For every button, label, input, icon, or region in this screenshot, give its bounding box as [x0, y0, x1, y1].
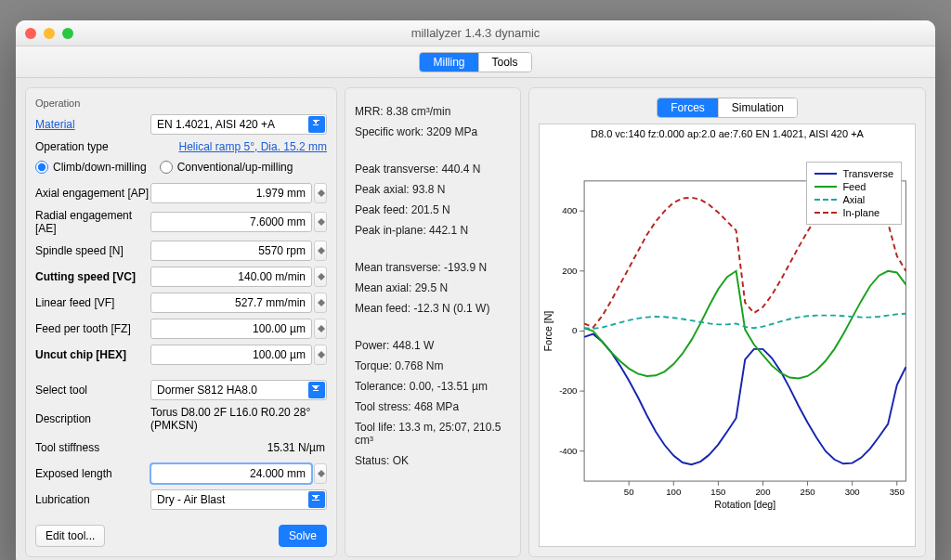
hex-input[interactable]: [150, 345, 312, 365]
result-line: Tool stress: 468 MPa: [355, 400, 511, 413]
ae-stepper[interactable]: [314, 212, 327, 232]
chart-title: D8.0 vc:140 fz:0.000 ap:2.0 ae:7.60 EN 1…: [540, 124, 915, 139]
svg-text:150: 150: [710, 487, 725, 497]
svg-text:Force [N]: Force [N]: [542, 311, 554, 352]
chart-area: D8.0 vc:140 fz:0.000 ap:2.0 ae:7.60 EN 1…: [539, 124, 916, 547]
exposed-input[interactable]: [150, 463, 312, 484]
result-line: [355, 244, 511, 254]
material-select[interactable]: EN 1.4021, AISI 420 +A: [150, 114, 327, 135]
tool-desc-value: Torus D8.00 2F L16.0 R0.20 28° (PMKSN): [150, 406, 327, 432]
fz-label: Feed per tooth [FZ]: [35, 322, 150, 335]
titlebar: millalyzer 1.4.3 dynamic: [16, 20, 935, 46]
window-title: millalyzer 1.4.3 dynamic: [16, 26, 935, 40]
solve-button[interactable]: Solve: [279, 525, 327, 547]
chevron-updown-icon: [308, 382, 325, 398]
result-line: Peak axial: 93.8 N: [355, 183, 511, 196]
chart-legend: TransverseFeedAxialIn-plane: [806, 162, 902, 225]
vf-label: Linear feed [VF]: [35, 296, 150, 309]
result-line: Mean transverse: -193.9 N: [355, 261, 511, 274]
vf-stepper[interactable]: [314, 293, 327, 313]
section-operation: Operation: [35, 98, 327, 109]
tool-stiff-label: Tool stiffness: [35, 441, 150, 454]
svg-text:200: 200: [755, 487, 770, 497]
chart-panel: Forces Simulation D8.0 vc:140 fz:0.000 a…: [528, 87, 926, 557]
ap-stepper[interactable]: [314, 183, 327, 203]
result-line: Power: 448.1 W: [355, 339, 511, 352]
result-line: [355, 322, 511, 332]
result-line: MRR: 8.38 cm³/min: [355, 105, 511, 118]
result-line: Peak feed: 201.5 N: [355, 203, 511, 216]
result-line: Status: OK: [355, 454, 511, 467]
result-line: Specific work: 3209 MPa: [355, 125, 511, 138]
svg-text:350: 350: [890, 487, 905, 497]
tab-milling[interactable]: Milling: [420, 53, 477, 72]
n-label: Spindle speed [N]: [35, 244, 150, 257]
ap-label: Axial engagement [AP]: [35, 187, 150, 200]
legend-item: In-plane: [814, 207, 893, 218]
legend-item: Axial: [814, 194, 893, 205]
chart-tabs: Forces Simulation: [657, 98, 798, 118]
radio-conventional[interactable]: Conventional/up-milling: [160, 161, 293, 174]
legend-item: Feed: [814, 181, 893, 192]
edit-tool-button[interactable]: Edit tool...: [35, 525, 105, 547]
radio-conventional-input[interactable]: [160, 161, 173, 174]
n-input[interactable]: [150, 241, 312, 261]
vf-input[interactable]: [150, 293, 312, 313]
vc-stepper[interactable]: [314, 267, 327, 287]
svg-text:400: 400: [562, 205, 577, 215]
lub-label: Lubrication: [35, 493, 150, 506]
exposed-stepper[interactable]: [314, 463, 327, 484]
material-link[interactable]: Material: [35, 118, 150, 131]
svg-text:100: 100: [666, 487, 681, 497]
vc-label: Cutting speed [VC]: [35, 270, 150, 283]
result-line: Peak transverse: 440.4 N: [355, 163, 511, 176]
radio-climb-input[interactable]: [35, 161, 48, 174]
radio-climb[interactable]: Climb/down-milling: [35, 161, 147, 174]
operation-panel: Operation Material EN 1.4021, AISI 420 +…: [25, 87, 337, 557]
app-window: millalyzer 1.4.3 dynamic Milling Tools O…: [16, 20, 935, 560]
ae-label: Radial engagement [AE]: [35, 209, 150, 235]
tab-forces[interactable]: Forces: [658, 98, 718, 117]
chevron-updown-icon: [308, 491, 325, 508]
svg-text:50: 50: [624, 487, 634, 497]
ae-input[interactable]: [150, 212, 312, 232]
exposed-label: Exposed length: [35, 467, 150, 480]
lub-select[interactable]: Dry - Air Blast: [150, 489, 327, 510]
result-line: Torque: 0.768 Nm: [355, 359, 511, 372]
tab-tools[interactable]: Tools: [478, 53, 531, 72]
op-type-link[interactable]: Helical ramp 5°, Dia. 15.2 mm: [178, 140, 327, 153]
results-panel: MRR: 8.38 cm³/minSpecific work: 3209 MPa…: [345, 87, 521, 557]
result-line: [355, 146, 511, 155]
n-stepper[interactable]: [314, 241, 327, 261]
main-toolbar: Milling Tools: [16, 46, 935, 78]
legend-item: Transverse: [814, 168, 893, 179]
tool-stiff-value: 15.31 N/µm: [150, 441, 327, 454]
svg-text:300: 300: [845, 487, 860, 497]
tool-desc-label: Description: [35, 412, 150, 425]
ap-input[interactable]: [150, 183, 312, 203]
result-line: Tolerance: 0.00, -13.51 µm: [355, 380, 511, 393]
svg-text:200: 200: [562, 266, 577, 276]
result-line: Peak in-plane: 442.1 N: [355, 224, 511, 237]
svg-text:0: 0: [572, 325, 577, 335]
fz-stepper[interactable]: [314, 319, 327, 339]
hex-label: Uncut chip [HEX]: [35, 348, 150, 361]
tab-simulation[interactable]: Simulation: [718, 98, 797, 117]
result-line: Mean axial: 29.5 N: [355, 281, 511, 294]
tool-select[interactable]: Dormer S812 HA8.0: [150, 380, 327, 400]
svg-text:-200: -200: [559, 385, 577, 396]
vc-input[interactable]: [150, 267, 312, 287]
main-tabs: Milling Tools: [419, 52, 531, 72]
op-type-label: Operation type: [35, 140, 109, 153]
svg-text:250: 250: [801, 487, 815, 497]
hex-stepper[interactable]: [314, 345, 327, 365]
result-line: Mean feed: -12.3 N (0.1 W): [355, 302, 511, 315]
svg-text:-400: -400: [559, 446, 577, 456]
material-value: EN 1.4021, AISI 420 +A: [157, 118, 275, 131]
result-line: Tool life: 13.3 m, 25:07, 210.5 cm³: [355, 421, 511, 447]
content: Operation Material EN 1.4021, AISI 420 +…: [16, 78, 935, 560]
chevron-updown-icon: [308, 116, 325, 133]
svg-text:Rotation [deg]: Rotation [deg]: [714, 499, 775, 510]
fz-input[interactable]: [150, 319, 312, 339]
tool-select-label: Select tool: [35, 384, 150, 397]
